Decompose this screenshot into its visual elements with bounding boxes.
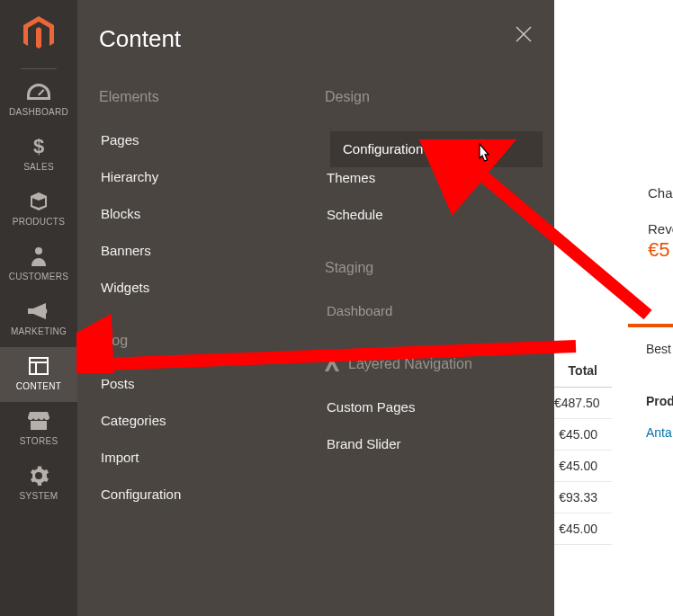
menu-link-design-configuration[interactable]: Configuration	[330, 131, 543, 167]
menu-link-banners[interactable]: Banners	[99, 232, 307, 269]
group-heading-layered-navigation: Layered Navigation	[325, 356, 533, 372]
layout-icon	[29, 356, 49, 376]
menu-link-posts[interactable]: Posts	[99, 365, 307, 402]
menu-link-custom-pages[interactable]: Custom Pages	[325, 388, 533, 425]
divider	[21, 68, 57, 69]
rail-label: CUSTOMERS	[9, 272, 68, 281]
rail-label: SYSTEM	[20, 491, 58, 501]
table-cell: €93.33	[554, 482, 612, 513]
table-cell: Anta	[639, 417, 673, 448]
rail-item-dashboard[interactable]: DASHBOARD	[0, 73, 77, 128]
menu-link-widgets[interactable]: Widgets	[99, 269, 307, 306]
rail-label: MARKETING	[11, 326, 67, 336]
column-header-product: Prod	[639, 385, 673, 417]
magento-logo-icon	[23, 16, 54, 52]
stat-value-revenue: €5	[648, 238, 673, 262]
menu-link-import[interactable]: Import	[99, 439, 307, 476]
rail-item-sales[interactable]: $ SALES	[0, 128, 77, 183]
group-heading-staging: Staging	[325, 260, 533, 276]
close-button[interactable]	[515, 25, 533, 43]
menu-link-pages[interactable]: Pages	[99, 121, 307, 158]
menu-link-hierarchy[interactable]: Hierarchy	[99, 158, 307, 195]
table-cell: €45.00	[554, 513, 612, 545]
chart-label: Cha	[648, 185, 673, 201]
gauge-icon	[27, 82, 50, 102]
table-cell: €45.00	[554, 419, 612, 451]
gear-icon	[29, 466, 49, 486]
menu-link-blog-configuration[interactable]: Configuration	[99, 476, 307, 513]
rail-label: PRODUCTS	[13, 217, 66, 227]
svg-rect-1	[30, 358, 48, 374]
admin-nav-rail: DASHBOARD $ SALES PRODUCTS CUSTOMERS MAR…	[0, 0, 77, 616]
table-cell: €45.00	[554, 451, 612, 482]
menu-link-categories[interactable]: Categories	[99, 402, 307, 439]
flyout-column-left: Elements Pages Hierarchy Blocks Banners …	[99, 84, 307, 513]
group-heading-label: Layered Navigation	[348, 356, 472, 372]
amasty-icon	[325, 357, 339, 371]
group-heading-blog: Blog	[99, 333, 307, 349]
storefront-icon	[28, 411, 49, 431]
box-icon	[29, 192, 49, 211]
rail-item-system[interactable]: SYSTEM	[0, 457, 77, 512]
table-cell: €487.50	[554, 388, 612, 419]
menu-link-staging-dashboard[interactable]: Dashboard	[325, 292, 533, 329]
person-icon	[31, 246, 46, 266]
menu-link-blocks[interactable]: Blocks	[99, 195, 307, 232]
rail-label: SALES	[23, 162, 54, 172]
svg-point-0	[35, 247, 42, 254]
tab-bestsellers[interactable]: Best	[639, 336, 673, 367]
dashboard-totals-column: Total €487.50 €45.00 €45.00 €93.33 €45.0…	[554, 358, 612, 545]
rail-item-content[interactable]: CONTENT	[0, 347, 77, 402]
rail-item-stores[interactable]: STORES	[0, 402, 77, 457]
dashboard-bestsellers-column: Best Prod Anta	[639, 336, 673, 448]
group-heading-design: Design	[325, 89, 533, 105]
menu-link-schedule[interactable]: Schedule	[325, 196, 533, 233]
menu-link-brand-slider[interactable]: Brand Slider	[325, 425, 533, 462]
rail-item-marketing[interactable]: MARKETING	[0, 292, 77, 347]
content-submenu-flyout: Content Elements Pages Hierarchy Blocks …	[77, 0, 554, 616]
rail-label: DASHBOARD	[9, 107, 68, 117]
menu-link-label: Configuration	[330, 131, 543, 166]
rail-label: CONTENT	[16, 381, 61, 391]
flyout-title: Content	[99, 25, 533, 53]
megaphone-icon	[28, 301, 49, 321]
group-heading-elements: Elements	[99, 89, 307, 105]
rail-label: STORES	[20, 436, 58, 446]
column-header-total: Total	[554, 358, 612, 388]
tab-active-indicator	[628, 324, 673, 327]
rail-item-customers[interactable]: CUSTOMERS	[0, 237, 77, 292]
rail-item-products[interactable]: PRODUCTS	[0, 183, 77, 237]
stat-label-revenue: Reve	[648, 221, 673, 237]
dollar-icon: $	[33, 137, 44, 156]
